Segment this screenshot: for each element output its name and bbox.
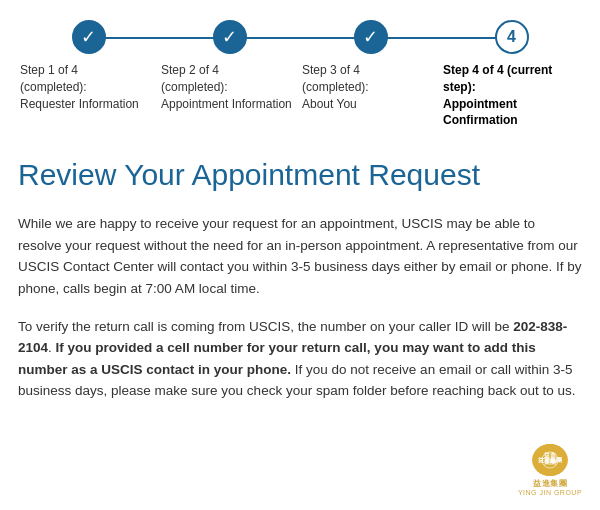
watermark: 益進 集團 益進集團 YING JIN GROUP	[510, 440, 590, 500]
svg-point-0	[533, 444, 567, 476]
step-4-label: Step 4 of 4 (current step): Appointment …	[441, 62, 582, 129]
step-4: 4 Step 4 of 4 (current step): Appointmen…	[441, 20, 582, 129]
watermark-logo-svg: 益進 集團	[533, 444, 567, 476]
step-2-check-icon: ✓	[222, 28, 237, 46]
step-1-check-icon: ✓	[81, 28, 96, 46]
step-3-title: About You	[302, 96, 441, 113]
watermark-text-en: YING JIN GROUP	[518, 489, 582, 496]
step-2-title: Appointment Information	[161, 96, 300, 113]
step-1-circle: ✓	[72, 20, 106, 54]
step-3: ✓ Step 3 of 4 (completed): About You	[300, 20, 441, 112]
cell-number-note: If you provided a cell number for your r…	[18, 340, 536, 377]
stepper: ✓ Step 1 of 4 (completed): Requester Inf…	[18, 20, 582, 129]
page-container: ✓ Step 1 of 4 (completed): Requester Inf…	[0, 0, 600, 438]
step-4-num: Step 4 of 4 (current step):	[443, 62, 582, 96]
step-3-circle: ✓	[354, 20, 388, 54]
step-1-num: Step 1 of 4	[20, 62, 159, 79]
step-3-label: Step 3 of 4 (completed): About You	[300, 62, 441, 112]
step-2-num: Step 2 of 4	[161, 62, 300, 79]
step-1-status: (completed):	[20, 79, 159, 96]
page-heading: Review Your Appointment Request	[18, 157, 582, 193]
step-1-title: Requester Information	[20, 96, 159, 113]
paragraph-2: To verify the return call is coming from…	[18, 316, 582, 402]
svg-point-3	[542, 452, 558, 468]
step-1-label: Step 1 of 4 (completed): Requester Infor…	[18, 62, 159, 112]
step-4-number: 4	[507, 28, 516, 46]
step-2-circle: ✓	[213, 20, 247, 54]
paragraph-1: While we are happy to receive your reque…	[18, 213, 582, 299]
step-1: ✓ Step 1 of 4 (completed): Requester Inf…	[18, 20, 159, 112]
watermark-logo: 益進 集團	[532, 444, 568, 476]
step-2-status: (completed):	[161, 79, 300, 96]
step-3-num: Step 3 of 4	[302, 62, 441, 79]
step-2: ✓ Step 2 of 4 (completed): Appointment I…	[159, 20, 300, 112]
svg-text:集團: 集團	[544, 458, 556, 465]
step-4-circle: 4	[495, 20, 529, 54]
step-3-status: (completed):	[302, 79, 441, 96]
watermark-text-cn: 益進集團	[533, 478, 567, 489]
step-2-label: Step 2 of 4 (completed): Appointment Inf…	[159, 62, 300, 112]
svg-text:益進: 益進	[544, 451, 557, 458]
step-4-title: Appointment Confirmation	[443, 96, 582, 130]
step-3-check-icon: ✓	[363, 28, 378, 46]
